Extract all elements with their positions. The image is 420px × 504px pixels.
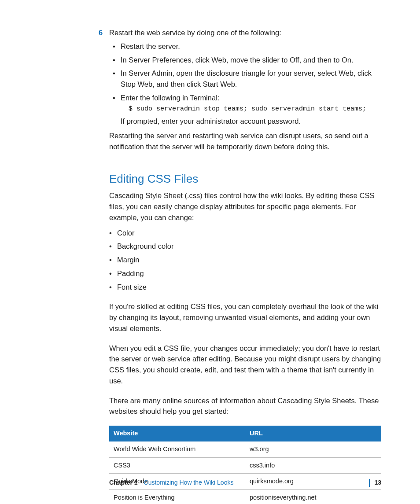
list-item: Margin bbox=[109, 254, 381, 265]
site-url: css3.info bbox=[245, 457, 381, 474]
step-text: Restart the web service by doing one of … bbox=[109, 27, 381, 38]
after-code-text: If prompted, enter your administrator ac… bbox=[121, 116, 381, 127]
table-row: Position is Everythingpositioniseverythi… bbox=[109, 490, 381, 504]
site-name: Position is Everything bbox=[109, 490, 245, 504]
list-item: Enter the following in Terminal: $ sudo … bbox=[113, 92, 381, 127]
list-item: In Server Preferences, click Web, move t… bbox=[113, 55, 381, 66]
attribute-list: Color Background color Margin Padding Fo… bbox=[109, 228, 381, 293]
footer-divider bbox=[369, 479, 370, 487]
table-header: URL bbox=[245, 426, 381, 441]
table-row: CSS3css3.info bbox=[109, 457, 381, 474]
chapter-title: Customizing How the Wiki Looks bbox=[144, 478, 361, 487]
list-item: Color bbox=[109, 228, 381, 239]
site-url: positioniseverything.net bbox=[245, 490, 381, 504]
section-heading: Editing CSS Files bbox=[109, 170, 381, 188]
section-intro: Cascading Style Sheet (.css) files contr… bbox=[109, 190, 381, 223]
list-item: In Server Admin, open the disclosure tri… bbox=[113, 68, 381, 90]
body-paragraph: When you edit a CSS file, your changes o… bbox=[109, 343, 381, 386]
terminal-command: $ sudo serveradmin stop teams; sudo serv… bbox=[129, 104, 381, 114]
table-header: Website bbox=[109, 426, 245, 441]
list-item: Restart the server. bbox=[113, 41, 381, 52]
list-item: Padding bbox=[109, 268, 381, 279]
body-paragraph: If you're skilled at editing CSS files, … bbox=[109, 301, 381, 334]
site-name: CSS3 bbox=[109, 457, 245, 474]
page-number: 13 bbox=[374, 478, 381, 487]
step-sublist: Restart the server. In Server Preference… bbox=[113, 41, 381, 127]
table-row: World Wide Web Consortiumw3.org bbox=[109, 441, 381, 457]
page-footer: Chapter 1 Customizing How the Wiki Looks… bbox=[109, 478, 381, 487]
list-item: Background color bbox=[109, 241, 381, 252]
step-closing: Restarting the server and restarting web… bbox=[109, 130, 381, 152]
site-name: World Wide Web Consortium bbox=[109, 441, 245, 457]
body-paragraph: There are many online sources of informa… bbox=[109, 395, 381, 417]
chapter-label: Chapter 1 bbox=[109, 478, 138, 487]
list-item: Font size bbox=[109, 282, 381, 293]
list-item-text: Enter the following in Terminal: bbox=[121, 94, 219, 102]
step-6: 6 Restart the web service by doing one o… bbox=[109, 27, 381, 152]
step-number: 6 bbox=[99, 27, 103, 38]
table-header-row: Website URL bbox=[109, 426, 381, 441]
websites-table: Website URL World Wide Web Consortiumw3.… bbox=[109, 426, 381, 504]
site-url: w3.org bbox=[245, 441, 381, 457]
page-content: 6 Restart the web service by doing one o… bbox=[0, 0, 420, 504]
